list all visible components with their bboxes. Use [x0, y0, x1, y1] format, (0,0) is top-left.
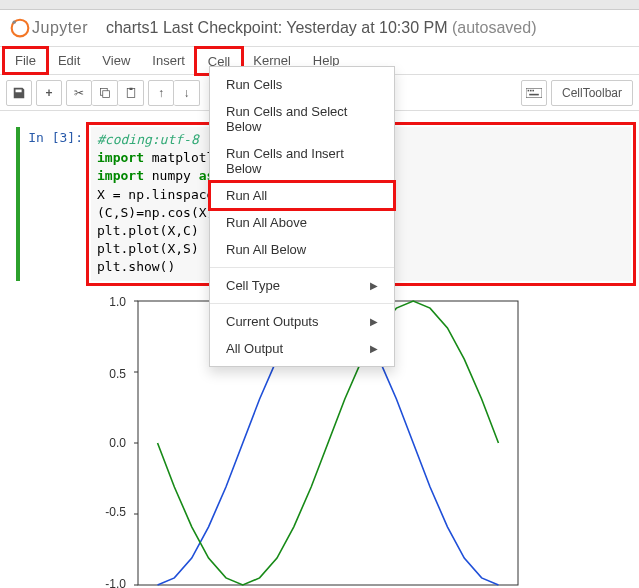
jupyter-icon — [10, 18, 30, 38]
svg-rect-3 — [102, 90, 109, 97]
dd-run-all[interactable]: Run All — [210, 182, 394, 209]
svg-rect-6 — [526, 88, 542, 98]
svg-rect-10 — [529, 93, 539, 95]
svg-rect-8 — [530, 89, 532, 91]
notebook-title[interactable]: charts1 Last Checkpoint: Yesterday at 10… — [106, 19, 537, 37]
prompt-num: [3]: — [52, 130, 83, 145]
menu-file[interactable]: File — [4, 48, 47, 73]
svg-rect-7 — [528, 89, 530, 91]
dd-run-cells[interactable]: Run Cells — [210, 71, 394, 98]
chevron-right-icon: ▶ — [370, 280, 378, 291]
copy-button[interactable] — [92, 80, 118, 106]
dd-all-output[interactable]: All Output ▶ — [210, 335, 394, 362]
paste-icon — [125, 87, 137, 99]
dd-cell-type-label: Cell Type — [226, 278, 280, 293]
dd-current-outputs[interactable]: Current Outputs ▶ — [210, 308, 394, 335]
save-icon — [12, 86, 26, 100]
checkpoint-text: Last Checkpoint: Yesterday at 10:30 PM — [163, 19, 448, 36]
ytick: 0.0 — [109, 436, 126, 450]
move-down-button[interactable]: ↓ — [174, 80, 200, 106]
celltoolbar-button[interactable]: CellToolbar — [551, 80, 633, 106]
chevron-right-icon: ▶ — [370, 343, 378, 354]
dd-separator — [210, 303, 394, 304]
code-text: numpy — [144, 168, 199, 183]
code-line: #coding:utf-8 — [97, 132, 199, 147]
menu-edit[interactable]: Edit — [47, 48, 91, 73]
plus-icon: + — [45, 86, 52, 100]
keyboard-button[interactable] — [521, 80, 547, 106]
autosaved-text: (autosaved) — [452, 19, 537, 36]
code-kw: import — [97, 168, 144, 183]
browser-tabs-strip — [0, 0, 639, 10]
dd-separator — [210, 267, 394, 268]
notebook-header: Jupyter charts1 Last Checkpoint: Yesterd… — [0, 10, 639, 47]
arrow-up-icon: ↑ — [158, 86, 164, 100]
chevron-right-icon: ▶ — [370, 316, 378, 327]
dd-all-output-label: All Output — [226, 341, 283, 356]
notebook-name: charts1 — [106, 19, 158, 36]
arrow-down-icon: ↓ — [184, 86, 190, 100]
save-button[interactable] — [6, 80, 32, 106]
svg-point-1 — [13, 21, 16, 24]
dd-run-select-below[interactable]: Run Cells and Select Below — [210, 98, 394, 140]
cell-dropdown: Run Cells Run Cells and Select Below Run… — [209, 66, 395, 367]
svg-rect-9 — [532, 89, 534, 91]
prompt-in: In — [28, 130, 44, 145]
paste-button[interactable] — [118, 80, 144, 106]
ytick: -0.5 — [105, 505, 126, 519]
svg-rect-5 — [129, 87, 132, 89]
dd-cell-type[interactable]: Cell Type ▶ — [210, 272, 394, 299]
dd-run-insert-below[interactable]: Run Cells and Insert Below — [210, 140, 394, 182]
add-cell-button[interactable]: + — [36, 80, 62, 106]
menu-view[interactable]: View — [91, 48, 141, 73]
dd-run-all-below[interactable]: Run All Below — [210, 236, 394, 263]
jupyter-logo[interactable]: Jupyter — [10, 18, 88, 38]
logo-text: Jupyter — [32, 19, 88, 37]
ytick: -1.0 — [105, 577, 126, 589]
copy-icon — [99, 87, 111, 99]
ytick: 1.0 — [109, 295, 126, 309]
cut-button[interactable]: ✂ — [66, 80, 92, 106]
cell-run-indicator — [16, 127, 20, 281]
dd-run-all-above[interactable]: Run All Above — [210, 209, 394, 236]
code-kw: import — [97, 150, 144, 165]
keyboard-icon — [526, 88, 542, 98]
move-up-button[interactable]: ↑ — [148, 80, 174, 106]
scissors-icon: ✂ — [74, 86, 84, 100]
dd-current-outputs-label: Current Outputs — [226, 314, 319, 329]
ytick: 0.5 — [109, 367, 126, 381]
menu-insert[interactable]: Insert — [141, 48, 196, 73]
